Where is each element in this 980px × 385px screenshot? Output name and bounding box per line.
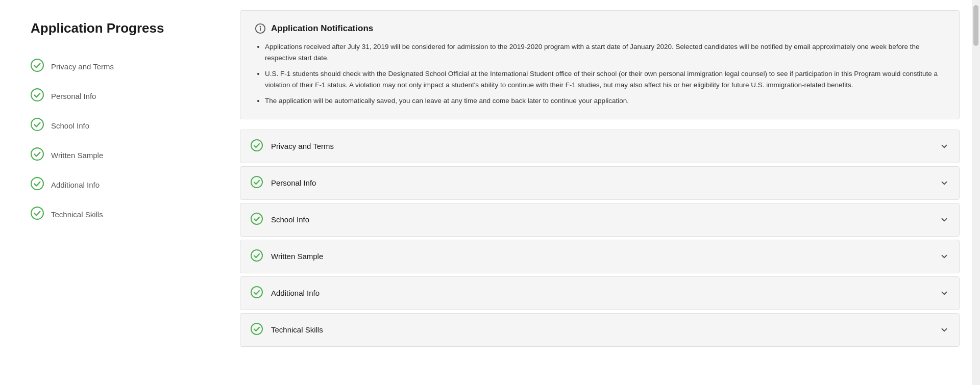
chevron-down-icon [940,178,949,188]
notification-box: Application Notifications Applications r… [240,10,960,119]
notification-bullet: Applications received after July 31, 201… [265,41,945,63]
chevron-down-icon [940,289,949,298]
sidebar-item-label-technical-skills: Technical Skills [51,210,103,219]
svg-point-13 [251,250,262,261]
sidebar-item-school-info[interactable]: School Info [31,111,214,140]
chevron-down-icon [940,252,949,261]
check-icon-additional-info [31,177,44,192]
notification-bullet: U.S. F-1 students should check with the … [265,68,945,90]
chevron-down-icon [940,325,949,335]
accordion-check-written-sample [251,249,263,264]
chevron-down-icon [940,142,949,151]
sidebar-item-written-sample[interactable]: Written Sample [31,140,214,170]
accordion-section-personal-info[interactable]: Personal Info [240,166,960,200]
sidebar-item-technical-skills[interactable]: Technical Skills [31,199,214,229]
svg-point-11 [251,176,262,188]
sidebar-item-additional-info[interactable]: Additional Info [31,170,214,199]
chevron-down-icon [940,215,949,224]
svg-point-1 [31,89,43,101]
accordion-section-additional-info[interactable]: Additional Info [240,276,960,310]
accordion-label-written-sample: Written Sample [271,252,932,261]
sidebar-title: Application Progress [31,20,214,36]
info-icon [255,23,266,34]
accordion-label-privacy-terms: Privacy and Terms [271,142,932,150]
svg-point-2 [31,118,43,131]
scrollbar[interactable] [972,0,980,385]
accordion-check-personal-info [251,176,263,190]
check-icon-personal-info [31,88,44,104]
accordion-label-technical-skills: Technical Skills [271,325,932,334]
main-content: Application Notifications Applications r… [230,0,980,385]
svg-point-9 [260,27,261,27]
sidebar-item-label-additional-info: Additional Info [51,181,100,189]
sidebar-item-label-privacy-terms: Privacy and Terms [51,62,114,71]
scrollbar-thumb [973,5,978,46]
sidebar-item-label-personal-info: Personal Info [51,92,96,100]
sidebar-item-label-written-sample: Written Sample [51,151,103,160]
svg-point-5 [31,207,43,219]
svg-point-0 [31,59,43,71]
accordion-label-school-info: School Info [271,215,932,224]
svg-point-10 [251,140,262,151]
accordion-check-technical-skills [251,323,263,337]
svg-point-15 [251,323,262,335]
accordion-check-school-info [251,213,263,227]
accordion-section-technical-skills[interactable]: Technical Skills [240,313,960,347]
check-icon-written-sample [31,147,44,163]
notification-header: Application Notifications [255,23,945,34]
accordion-section-school-info[interactable]: School Info [240,203,960,237]
svg-point-12 [251,213,262,224]
notification-bullet: The application will be automatically sa… [265,95,945,107]
notification-body: Applications received after July 31, 201… [255,41,945,107]
accordion-section-privacy-terms[interactable]: Privacy and Terms [240,130,960,163]
svg-point-4 [31,177,43,190]
check-icon-privacy-terms [31,59,44,74]
svg-point-14 [251,287,262,298]
accordion-check-privacy-terms [251,139,263,153]
svg-point-3 [31,148,43,160]
accordion-section-written-sample[interactable]: Written Sample [240,240,960,273]
accordion-check-additional-info [251,286,263,300]
accordion-label-personal-info: Personal Info [271,178,932,187]
accordion-label-additional-info: Additional Info [271,289,932,297]
sidebar-item-privacy-terms[interactable]: Privacy and Terms [31,52,214,81]
sidebar-item-label-school-info: School Info [51,121,89,130]
sidebar-item-personal-info[interactable]: Personal Info [31,81,214,111]
notification-title: Application Notifications [271,23,373,34]
sidebar: Application Progress Privacy and Terms P… [0,0,230,385]
check-icon-school-info [31,118,44,133]
check-icon-technical-skills [31,207,44,222]
